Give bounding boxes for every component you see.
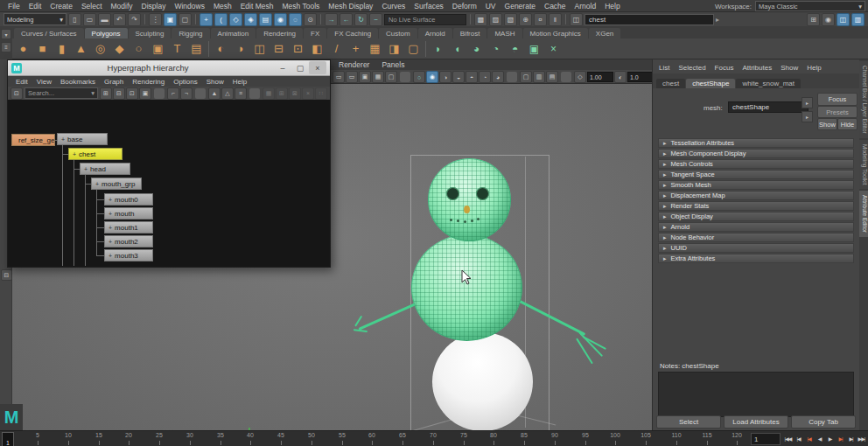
timeline-tick[interactable]: 5: [29, 432, 46, 438]
ipr-render-icon[interactable]: ▨: [489, 13, 502, 26]
menu-item[interactable]: Deform: [448, 2, 481, 10]
timeline-tick[interactable]: 35: [212, 432, 229, 438]
workspace-dropdown[interactable]: Maya Classic ▾: [755, 1, 865, 11]
hypergraph-node[interactable]: + chest: [68, 148, 122, 160]
step-forward-frame-button[interactable]: ▶|: [846, 432, 856, 445]
hypergraph-toolbar-icon[interactable]: [249, 88, 260, 99]
bevel-icon[interactable]: ◧: [308, 39, 326, 58]
select-component-icon[interactable]: ▢: [178, 13, 192, 26]
snap-grid-icon[interactable]: +: [200, 13, 213, 26]
sculpt-settings-icon[interactable]: ×: [544, 39, 563, 58]
boolean-union-icon[interactable]: ◐: [212, 39, 230, 58]
play-forwards-button[interactable]: ▶: [825, 432, 835, 445]
menu-item[interactable]: Cache: [540, 2, 570, 10]
timeline-tick[interactable]: 15: [90, 432, 108, 438]
hypergraph-titlebar[interactable]: M Hypergraph Hierarchy – ▢ ×: [8, 60, 330, 75]
smooth-sculpt-icon[interactable]: ◖: [448, 39, 466, 58]
go-to-start-button[interactable]: |◀◀: [783, 432, 793, 445]
timeline-tick[interactable]: 120: [728, 432, 746, 438]
menu-item[interactable]: Create: [46, 2, 77, 10]
relax-sculpt-icon[interactable]: ◕: [467, 39, 486, 58]
show-button[interactable]: Show: [817, 118, 837, 130]
go-to-end-button[interactable]: ▶▶|: [857, 432, 866, 445]
save-scene-icon[interactable]: ▬: [98, 13, 111, 26]
attribute-section[interactable]: ▸ Displacement Map: [658, 191, 854, 200]
timeline-tick[interactable]: 110: [668, 432, 685, 438]
viewport-icon[interactable]: [400, 72, 410, 82]
show-menu-icon[interactable]: ≡: [234, 87, 247, 100]
timeline-tick[interactable]: 105: [637, 432, 654, 438]
resolution-gate-icon[interactable]: ▭: [346, 71, 358, 83]
combine-icon[interactable]: ◫: [250, 39, 269, 58]
poly-pipe-icon[interactable]: ▣: [149, 39, 167, 58]
viewport-icon[interactable]: [507, 72, 517, 82]
render-settings-icon[interactable]: ⊕: [519, 13, 532, 26]
film-gate-icon[interactable]: ▭: [332, 71, 345, 83]
field-chart-icon[interactable]: ▦: [372, 71, 384, 83]
isolate-select-icon[interactable]: ▢: [520, 71, 532, 83]
show-output-connections-icon[interactable]: ▸: [802, 111, 813, 122]
panel-layout-icon[interactable]: ◫: [570, 13, 583, 26]
shelf-icon[interactable]: [425, 41, 426, 57]
target-weld-icon[interactable]: +: [346, 39, 365, 58]
exposure-icon[interactable]: ◇: [574, 71, 586, 83]
poly-cylinder-icon[interactable]: ▮: [52, 39, 71, 58]
modeling-toolkit-icon[interactable]: ⊞: [807, 13, 820, 26]
textured-icon[interactable]: ◑: [439, 71, 452, 83]
time-slider[interactable]: 1 51015202530354045505560657075808590951…: [0, 430, 868, 446]
type-tool-icon[interactable]: T: [168, 39, 186, 58]
status-icon[interactable]: [144, 14, 145, 24]
multi-cut-icon[interactable]: /: [327, 39, 346, 58]
shaded-icon[interactable]: ◉: [426, 71, 438, 83]
attribute-section[interactable]: ▸ Mesh Component Display: [658, 149, 854, 158]
show-input-connections-icon[interactable]: ▸: [802, 97, 813, 108]
soft-select-icon[interactable]: ◉: [822, 13, 835, 26]
shelf-options-icon[interactable]: ≡: [1, 42, 11, 52]
hypergraph-node[interactable]: ref_size_geo: [11, 134, 55, 146]
timeline-tick[interactable]: 90: [546, 432, 564, 438]
hide-button[interactable]: Hide: [837, 118, 858, 130]
timeline-tick[interactable]: 75: [455, 432, 472, 438]
light-editor-icon[interactable]: ¤: [534, 13, 547, 26]
hypergraph-menu-item[interactable]: Graph: [100, 78, 128, 86]
hypergraph-node[interactable]: + mouth2: [104, 235, 153, 247]
frame-hierarchy-icon[interactable]: ⊡: [126, 87, 138, 100]
attribute-editor-menu-item[interactable]: Attributes: [738, 64, 776, 72]
viewport-icon[interactable]: [561, 72, 571, 82]
collapse-icon[interactable]: ⊠: [289, 87, 301, 100]
orient-horizontal-icon[interactable]: ⌐: [167, 87, 179, 100]
hypergraph-node[interactable]: + mouth3: [104, 249, 153, 261]
new-scene-icon[interactable]: ▯: [68, 13, 81, 26]
sculpt-tool-icon[interactable]: ◗: [429, 39, 447, 58]
menu-item[interactable]: Mesh Display: [324, 2, 377, 10]
menu-item[interactable]: Edit: [24, 2, 46, 10]
attribute-editor-menu-item[interactable]: List: [654, 64, 674, 72]
input-connections-icon[interactable]: →: [325, 13, 338, 26]
status-icon[interactable]: [320, 14, 321, 24]
render-sequence-icon[interactable]: ▧: [504, 13, 517, 26]
current-frame-marker[interactable]: 1: [2, 432, 14, 446]
shelf-icon[interactable]: [208, 41, 209, 57]
orient-vertical-icon[interactable]: ¬: [180, 87, 192, 100]
shelf-tab[interactable]: Animation: [211, 28, 256, 38]
shelf-tab[interactable]: Polygons: [85, 28, 128, 38]
step-back-frame-button[interactable]: |◀: [794, 432, 803, 445]
gamma-value[interactable]: 1.0: [627, 72, 652, 82]
attribute-editor-menu-item[interactable]: Focus: [710, 64, 738, 72]
menu-item[interactable]: Generate: [500, 2, 540, 10]
snap-view-plane-icon[interactable]: ▤: [259, 13, 272, 26]
separate-icon[interactable]: ⊟: [270, 39, 288, 58]
menu-item[interactable]: Help: [600, 2, 624, 10]
attribute-editor-footer-button[interactable]: Copy Tab: [791, 415, 856, 429]
menu-item[interactable]: Windows: [170, 2, 208, 10]
mirror-icon[interactable]: ◨: [385, 39, 403, 58]
hypergraph-search-combo[interactable]: Search... ▾: [24, 87, 98, 99]
attribute-section[interactable]: ▸ UUID: [658, 243, 854, 253]
gate-mask-icon[interactable]: ▣: [359, 71, 371, 83]
safe-action-icon[interactable]: ▢: [385, 71, 397, 83]
quick-selection-input[interactable]: [584, 14, 714, 25]
menu-item[interactable]: Curves: [377, 2, 410, 10]
snap-point-icon[interactable]: ◇: [229, 13, 242, 26]
play-backwards-button[interactable]: ◀: [815, 432, 824, 445]
attribute-editor-toggle-icon[interactable]: ▥: [851, 13, 864, 26]
